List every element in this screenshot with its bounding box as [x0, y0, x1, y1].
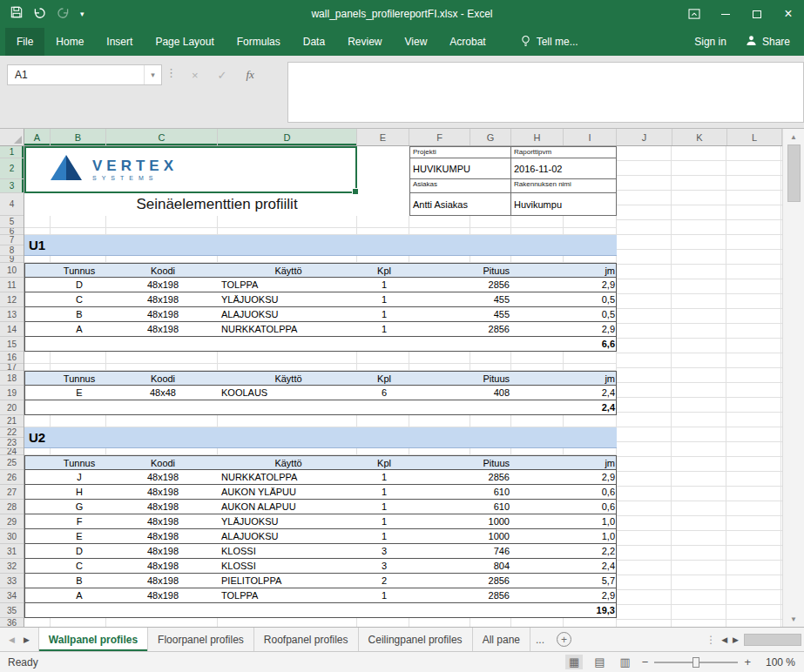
cell-kaytto[interactable]: ALAJUOKSU: [219, 309, 358, 319]
ribbon-tab[interactable]: Acrobat: [438, 28, 497, 56]
cell-kpl[interactable]: 1: [358, 279, 410, 290]
new-sheet-icon[interactable]: +: [557, 632, 571, 647]
cell-koodi[interactable]: 48x198: [107, 546, 219, 556]
customer-value-cell[interactable]: Antti Asiakas: [410, 193, 511, 216]
cell-jm[interactable]: 0,6: [564, 501, 618, 512]
tab-splitter-icon[interactable]: ⋮: [706, 634, 716, 646]
row-header[interactable]: 13: [0, 307, 24, 322]
cell-koodi[interactable]: 48x198: [107, 472, 219, 482]
report-title-cell[interactable]: Seinäelementtien profiilit: [24, 193, 409, 216]
sheet-tab[interactable]: Roofpanel profiles: [254, 628, 359, 651]
save-icon[interactable]: [10, 6, 23, 22]
header-jm[interactable]: jm: [564, 458, 618, 468]
column-header[interactable]: D: [218, 129, 357, 145]
cell-pituus[interactable]: 610: [410, 501, 512, 512]
header-tunnus[interactable]: Tunnus: [51, 373, 107, 384]
next-sheet-icon[interactable]: ▶: [24, 635, 30, 644]
empty-row[interactable]: [24, 448, 617, 455]
cell-pituus[interactable]: 2856: [410, 590, 512, 601]
ribbon-tab[interactable]: Review: [336, 28, 393, 56]
table-row[interactable]: D 48x198 TOLPPA 1 2856 2,9: [25, 278, 616, 292]
row-header[interactable]: 22: [0, 427, 24, 438]
header-kaytto[interactable]: Käyttö: [219, 265, 358, 276]
vertical-scrollbar-thumb[interactable]: [787, 144, 801, 202]
header-jm[interactable]: jm: [564, 265, 618, 276]
column-header[interactable]: C: [106, 129, 218, 145]
cell-pituus[interactable]: 804: [410, 561, 512, 571]
section-band-u1[interactable]: U1: [24, 235, 617, 256]
cell-kaytto[interactable]: YLÄJUOKSU: [219, 294, 358, 305]
previous-sheet-icon[interactable]: ◀: [9, 635, 15, 644]
cell-kaytto[interactable]: NURKKATOLPPA: [219, 324, 358, 334]
cell-kaytto[interactable]: TOLPPA: [219, 590, 358, 601]
redo-icon[interactable]: [57, 6, 70, 22]
cell-tunnus[interactable]: A: [51, 590, 107, 601]
sheet-tab-wallpanel[interactable]: Wallpanel profiles: [38, 628, 148, 651]
row-header[interactable]: 16: [0, 352, 24, 364]
cell-koodi[interactable]: 48x198: [107, 309, 219, 319]
cell-pituus[interactable]: 408: [410, 387, 512, 398]
cell-kpl[interactable]: 1: [358, 309, 410, 319]
cell-tunnus[interactable]: A: [51, 324, 107, 334]
customize-quick-access-icon[interactable]: ▾: [80, 10, 84, 18]
row-header[interactable]: 36: [0, 618, 24, 627]
table-row[interactable]: J 48x198 NURKKATOLPPA 1 2856 2,9: [25, 470, 616, 485]
cell-koodi[interactable]: 48x198: [107, 516, 219, 527]
cell-koodi[interactable]: 48x198: [107, 561, 219, 571]
table-row[interactable]: C 48x198 YLÄJUOKSU 1 455 0,5: [25, 292, 616, 307]
cell-jm[interactable]: 2,4: [564, 561, 618, 571]
sign-in-link[interactable]: Sign in: [694, 36, 726, 48]
cell-koodi[interactable]: 48x198: [107, 324, 219, 334]
cell-jm[interactable]: 2,9: [564, 324, 618, 334]
cell-tunnus[interactable]: C: [51, 561, 107, 571]
maximize-button[interactable]: [741, 0, 773, 28]
row-header[interactable]: 29: [0, 514, 24, 529]
cell-tunnus[interactable]: E: [51, 531, 107, 541]
cell-jm[interactable]: 0,5: [564, 294, 618, 305]
cell-pituus[interactable]: 2856: [410, 324, 512, 334]
column-header[interactable]: A: [24, 129, 51, 145]
row-header[interactable]: 35: [0, 603, 24, 618]
empty-cells-area[interactable]: [617, 146, 782, 627]
cell-koodi[interactable]: 48x198: [107, 590, 219, 601]
ribbon-tab[interactable]: Data: [292, 28, 336, 56]
column-header[interactable]: B: [51, 129, 106, 145]
table-row[interactable]: C 48x198 KLOSSI 3 804 2,4: [25, 559, 616, 574]
row-header[interactable]: 10: [0, 263, 24, 278]
cell-kpl[interactable]: 1: [358, 472, 410, 482]
ribbon-display-options-icon[interactable]: [679, 0, 710, 28]
cell-total-jm[interactable]: 6,6: [564, 339, 618, 349]
cell-jm[interactable]: 1,0: [564, 531, 618, 541]
ribbon-tab[interactable]: Home: [44, 28, 95, 56]
row-header[interactable]: 8: [0, 245, 24, 256]
minimize-button[interactable]: [710, 0, 741, 28]
report-date-value-cell[interactable]: 2016-11-02: [511, 158, 617, 179]
row-header[interactable]: 27: [0, 485, 24, 500]
zoom-slider[interactable]: [654, 662, 738, 663]
row-header[interactable]: 9: [0, 256, 24, 263]
cell-jm[interactable]: 5,7: [564, 575, 618, 586]
scroll-up-icon[interactable]: ▲: [783, 129, 804, 144]
scroll-left-icon[interactable]: ◀: [721, 635, 727, 644]
row-header[interactable]: 1: [0, 146, 24, 158]
cell-koodi[interactable]: 48x48: [107, 387, 219, 398]
empty-row[interactable]: [24, 618, 617, 627]
cell-kpl[interactable]: 1: [358, 501, 410, 512]
row-header[interactable]: 2: [0, 158, 24, 179]
cell-kpl[interactable]: 2: [358, 575, 410, 586]
cell-kaytto[interactable]: KOOLAUS: [219, 387, 358, 398]
row-header[interactable]: 6: [0, 228, 24, 235]
cell-pituus[interactable]: 1000: [410, 531, 512, 541]
cell-kaytto[interactable]: AUKON ALAPUU: [219, 501, 358, 512]
row-header[interactable]: 34: [0, 588, 24, 603]
header-kpl[interactable]: Kpl: [358, 373, 410, 384]
cell-kpl[interactable]: 1: [358, 590, 410, 601]
row-header[interactable]: 4: [0, 193, 24, 216]
normal-view-icon[interactable]: ▦: [565, 655, 583, 669]
header-koodi[interactable]: Koodi: [107, 265, 219, 276]
row-header[interactable]: 11: [0, 278, 24, 292]
building-value-cell[interactable]: Huvikumpu: [511, 193, 617, 216]
row-header[interactable]: 17: [0, 364, 24, 371]
cell-pituus[interactable]: 2856: [410, 472, 512, 482]
sheet-tab[interactable]: Floorpanel profiles: [148, 628, 254, 651]
